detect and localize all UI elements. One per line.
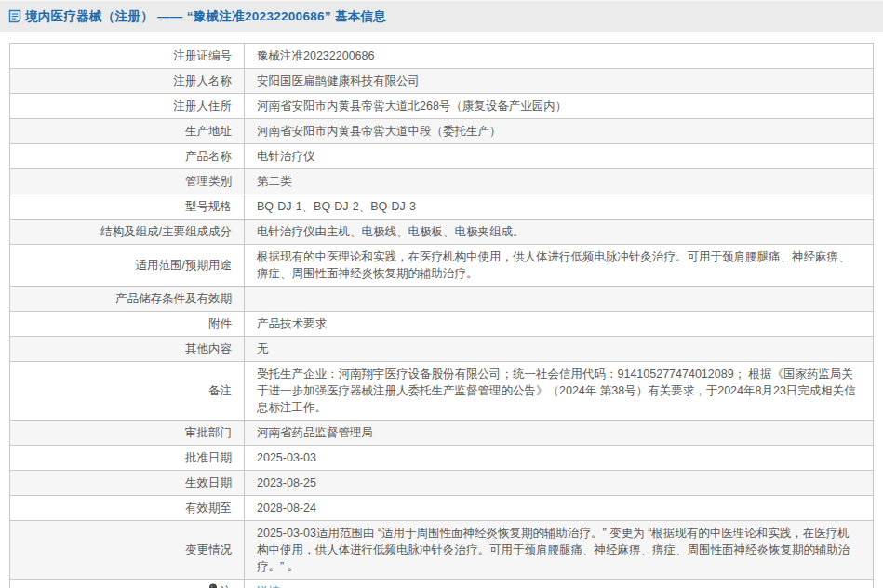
table-row: 批准日期 2025-03-03 [10,446,874,471]
header-bar: 境内医疗器械（注册） —— “豫械注准20232200686” 基本信息 [0,0,883,32]
row-label: 附件 [10,312,245,337]
table-row: 其他内容 无 [10,337,874,362]
row-value: 2028-08-24 [245,496,874,521]
row-value: 豫械注准20232200686 [245,44,874,69]
row-label: 注 [10,580,245,588]
table-row: 注 详情 [10,580,874,588]
row-label: 产品名称 [10,144,245,169]
row-value: 电针治疗仪由主机、电极线、电极板、电极夹组成。 [245,220,874,245]
row-label: 适用范围/预期用途 [10,245,245,287]
row-value: 第二类 [245,169,874,194]
row-label: 生产地址 [10,119,245,144]
page-title: 境内医疗器械（注册） —— “豫械注准20232200686” 基本信息 [25,8,386,25]
row-label: 注册人名称 [10,69,245,94]
table-row: 生效日期 2023-08-25 [10,471,874,496]
row-value: 2025-03-03适用范围由 “适用于周围性面神经炎恢复期的辅助治疗。” 变更… [245,521,874,580]
row-value: 2023-08-25 [245,471,874,496]
table-row: 产品储存条件及有效期 [10,287,874,312]
row-label-text: 注 [221,583,233,588]
row-label: 产品储存条件及有效期 [10,287,245,312]
table-row: 有效期至 2028-08-24 [10,496,874,521]
table-row: 注册人住所 河南省安阳市内黄县帝喾大道北268号（康复设备产业园内） [10,94,874,119]
pin-icon [208,583,218,588]
table-row: 型号规格 BQ-DJ-1、BQ-DJ-2、BQ-DJ-3 [10,194,874,220]
row-value: 河南省安阳市内黄县帝喾大道北268号（康复设备产业园内） [245,94,874,119]
row-value: 受托生产企业：河南翔宇医疗设备股份有限公司；统一社会信用代码：914105277… [245,362,874,421]
row-label: 注册证编号 [10,44,245,69]
table-row: 变更情况 2025-03-03适用范围由 “适用于周围性面神经炎恢复期的辅助治疗… [10,521,874,580]
row-label: 结构及组成/主要组成成分 [10,220,245,245]
table-row: 备注 受托生产企业：河南翔宇医疗设备股份有限公司；统一社会信用代码：914105… [10,362,874,421]
row-label: 生效日期 [10,471,245,496]
table-row: 产品名称 电针治疗仪 [10,144,874,169]
row-value: 电针治疗仪 [245,144,874,169]
table-row: 附件 产品技术要求 [10,312,874,337]
row-label: 备注 [10,362,245,421]
row-value: 详情 [245,580,874,588]
row-value: 无 [245,337,874,362]
table-row: 结构及组成/主要组成成分 电针治疗仪由主机、电极线、电极板、电极夹组成。 [10,220,874,245]
table-body: 注册证编号 豫械注准20232200686 注册人名称 安阳国医扁鹊健康科技有限… [10,44,874,588]
row-value: 2025-03-03 [245,446,874,471]
row-label: 审批部门 [10,421,245,446]
document-icon [8,9,21,23]
row-label: 注册人住所 [10,94,245,119]
table-row: 管理类别 第二类 [10,169,874,194]
row-value [245,287,874,312]
row-label: 型号规格 [10,194,245,220]
row-label: 管理类别 [10,169,245,194]
row-value: 河南省安阳市内黄县帝喾大道中段（委托生产） [245,119,874,144]
registration-info-table: 注册证编号 豫械注准20232200686 注册人名称 安阳国医扁鹊健康科技有限… [9,43,874,588]
row-label: 其他内容 [10,337,245,362]
row-value: 产品技术要求 [245,312,874,337]
page: 境内医疗器械（注册） —— “豫械注准20232200686” 基本信息 注册证… [0,0,883,588]
row-value: 河南省药品监督管理局 [245,421,874,446]
row-label: 有效期至 [10,496,245,521]
row-value: 根据现有的中医理论和实践，在医疗机构中使用，供人体进行低频电脉冲针灸治疗。可用于… [245,245,874,287]
table-row: 注册证编号 豫械注准20232200686 [10,44,874,69]
row-value: BQ-DJ-1、BQ-DJ-2、BQ-DJ-3 [245,194,874,220]
table-row: 审批部门 河南省药品监督管理局 [10,421,874,446]
table-row: 注册人名称 安阳国医扁鹊健康科技有限公司 [10,69,874,94]
table-row: 适用范围/预期用途 根据现有的中医理论和实践，在医疗机构中使用，供人体进行低频电… [10,245,874,287]
row-label: 变更情况 [10,521,245,580]
table-row: 生产地址 河南省安阳市内黄县帝喾大道中段（委托生产） [10,119,874,144]
row-value: 安阳国医扁鹊健康科技有限公司 [245,69,874,94]
row-label: 批准日期 [10,446,245,471]
